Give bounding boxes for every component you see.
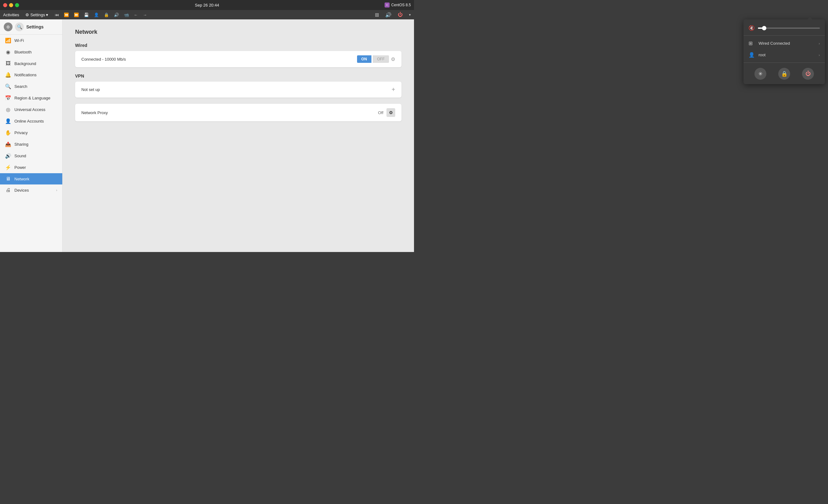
network-icon: 🖥 <box>5 176 11 182</box>
sidebar-item-label: Notifications <box>14 73 57 77</box>
main-window: ⚙ 🔍 Settings 📶 Wi-Fi ◉ Bluetooth 🖼 Backg… <box>0 19 414 252</box>
settings-menu[interactable]: ⚙ Settings ▾ <box>25 12 48 17</box>
sidebar-item-wifi[interactable]: 📶 Wi-Fi <box>0 35 62 46</box>
sidebar-item-sound[interactable]: 🔊 Sound <box>0 150 62 162</box>
proxy-label: Network Proxy <box>81 110 378 115</box>
proxy-row: Network Proxy Off ⚙ <box>75 104 402 121</box>
notifications-icon: 🔔 <box>5 72 11 78</box>
traffic-lights <box>3 3 19 7</box>
sidebar-item-region[interactable]: 📅 Region & Language <box>0 92 62 104</box>
settings-icon[interactable]: ⚙ <box>4 22 12 31</box>
nav-back-icon[interactable]: ← <box>134 12 138 17</box>
back-icon[interactable]: ⏮ <box>55 12 59 17</box>
top-bar: Sep 26 20:44 C CentOS 8.5 <box>0 0 414 10</box>
proxy-value: Off <box>378 110 383 115</box>
close-button[interactable] <box>3 3 7 7</box>
universal-access-icon: ◎ <box>5 107 11 112</box>
sidebar-item-sharing[interactable]: 📤 Sharing <box>0 138 62 150</box>
content-area: Network Wired Connected - 10000 Mb/s ON … <box>63 19 414 252</box>
back2-icon[interactable]: ⏪ <box>64 12 69 17</box>
minimize-button[interactable] <box>9 3 13 7</box>
background-icon: 🖼 <box>5 61 11 66</box>
sidebar-item-devices[interactable]: 🖨 Devices › <box>0 184 62 196</box>
sidebar-item-power[interactable]: ⚡ Power <box>0 162 62 173</box>
forward-icon[interactable]: ⏩ <box>74 12 79 17</box>
sidebar-item-label: Network <box>14 177 57 181</box>
sound-icon: 🔊 <box>5 153 11 159</box>
sidebar: ⚙ 🔍 Settings 📶 Wi-Fi ◉ Bluetooth 🖼 Backg… <box>0 19 63 252</box>
maximize-button[interactable] <box>15 3 19 7</box>
devices-chevron-icon: › <box>56 188 57 192</box>
centos-badge: C CentOS 8.5 <box>384 2 411 7</box>
sidebar-item-label: Devices <box>14 188 53 193</box>
sidebar-item-background[interactable]: 🖼 Background <box>0 58 62 69</box>
wired-section-title: Wired <box>75 43 402 48</box>
privacy-icon: ✋ <box>5 130 11 136</box>
sidebar-item-online-accounts[interactable]: 👤 Online Accounts <box>0 116 62 127</box>
proxy-gear-button[interactable]: ⚙ <box>386 108 395 117</box>
nav-fwd-icon[interactable]: → <box>143 12 147 17</box>
sidebar-title: Settings <box>26 25 43 30</box>
power-icon: ⚡ <box>5 165 11 170</box>
sidebar-item-bluetooth[interactable]: ◉ Bluetooth <box>0 46 62 58</box>
menubar: Activities ⚙ Settings ▾ ⏮ ⏪ ⏩ 💾 👤 🔒 🔊 📹 … <box>0 10 414 19</box>
video-icon[interactable]: 📹 <box>124 12 129 17</box>
online-accounts-icon: 👤 <box>5 118 11 124</box>
wired-toggle[interactable]: ON OFF <box>357 55 389 63</box>
top-bar-right: C CentOS 8.5 <box>384 2 411 7</box>
top-bar-left <box>3 3 19 7</box>
menubar-icons: ⏮ ⏪ ⏩ 💾 👤 🔒 🔊 📹 ← → <box>55 12 147 17</box>
activities-menu[interactable]: Activities <box>3 12 19 17</box>
sidebar-item-label: Region & Language <box>14 96 57 100</box>
sidebar-item-label: Sound <box>14 153 57 158</box>
vpn-add-icon[interactable]: + <box>391 86 395 93</box>
bluetooth-icon: ◉ <box>5 49 11 55</box>
wifi-icon: 📶 <box>5 38 11 43</box>
volume-icon[interactable]: 🔊 <box>114 12 119 17</box>
toggle-off-button[interactable]: OFF <box>373 55 389 63</box>
region-icon: 📅 <box>5 95 11 101</box>
sidebar-item-universal-access[interactable]: ◎ Universal Access <box>0 104 62 116</box>
centos-icon: C <box>384 2 389 7</box>
power-status-icon[interactable]: ⏻ <box>398 12 403 17</box>
sidebar-item-search[interactable]: 🔍 Search <box>0 81 62 92</box>
wired-connection-label: Connected - 10000 Mb/s <box>81 57 357 61</box>
wired-settings-icon[interactable]: ⚙ <box>391 56 395 62</box>
sidebar-item-label: Bluetooth <box>14 50 57 54</box>
proxy-card: Network Proxy Off ⚙ <box>75 104 402 121</box>
vpn-card: Not set up + <box>75 82 402 98</box>
sidebar-item-notifications[interactable]: 🔔 Notifications <box>0 69 62 81</box>
sidebar-item-network[interactable]: 🖥 Network <box>0 173 62 184</box>
sidebar-item-label: Sharing <box>14 142 57 147</box>
save-icon[interactable]: 💾 <box>84 12 89 17</box>
volume-status-icon[interactable]: 🔊 <box>385 12 391 18</box>
chevron-down-icon[interactable]: ▾ <box>409 13 411 17</box>
vpn-row: Not set up + <box>75 82 402 98</box>
user-icon[interactable]: 👤 <box>94 12 99 17</box>
sidebar-item-label: Wi-Fi <box>14 38 57 43</box>
network-status-icon[interactable]: ⊞ <box>375 12 379 18</box>
search-sidebar-icon: 🔍 <box>5 84 11 89</box>
sidebar-item-privacy[interactable]: ✋ Privacy <box>0 127 62 138</box>
sidebar-item-label: Power <box>14 165 57 170</box>
toggle-on-button[interactable]: ON <box>357 55 371 63</box>
wired-card: Connected - 10000 Mb/s ON OFF ⚙ <box>75 51 402 67</box>
devices-icon: 🖨 <box>5 187 11 193</box>
sidebar-item-label: Search <box>14 84 57 89</box>
sidebar-item-label: Universal Access <box>14 107 57 112</box>
vpn-status-label: Not set up <box>81 87 391 92</box>
sidebar-item-label: Online Accounts <box>14 119 57 124</box>
lock-icon[interactable]: 🔒 <box>104 12 109 17</box>
search-icon[interactable]: 🔍 <box>15 22 24 31</box>
sidebar-header: ⚙ 🔍 Settings <box>0 19 62 35</box>
sidebar-item-label: Privacy <box>14 130 57 135</box>
sharing-icon: 📤 <box>5 141 11 147</box>
page-title: Network <box>75 29 402 35</box>
sidebar-item-label: Background <box>14 61 57 66</box>
datetime: Sep 26 20:44 <box>195 3 219 7</box>
wired-row: Connected - 10000 Mb/s ON OFF ⚙ <box>75 51 402 67</box>
vpn-section-title: VPN <box>75 74 402 79</box>
